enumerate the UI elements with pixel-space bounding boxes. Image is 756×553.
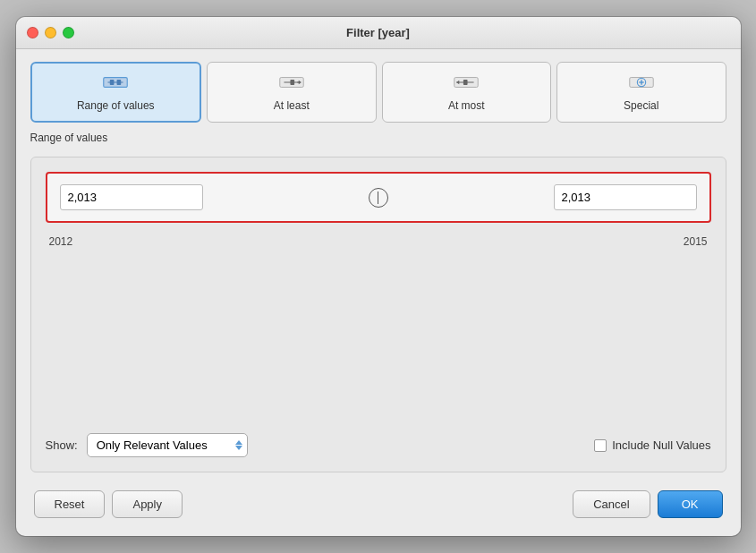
- range-inputs-container: [46, 172, 711, 223]
- tab-at-most[interactable]: At most: [382, 62, 552, 123]
- ok-button[interactable]: OK: [658, 490, 723, 518]
- tabs-container: Range of values At least: [30, 62, 726, 123]
- content-spacer: [46, 260, 711, 413]
- filter-dialog: Filter [year] Range of values: [16, 17, 741, 536]
- close-button[interactable]: [27, 27, 38, 38]
- tab-at-least[interactable]: At least: [207, 62, 377, 123]
- minimize-button[interactable]: [45, 27, 56, 38]
- null-values-checkbox[interactable]: [594, 439, 607, 452]
- tab-range-of-values[interactable]: Range of values: [30, 62, 202, 123]
- at-least-icon: [279, 73, 304, 95]
- svg-rect-11: [463, 79, 468, 84]
- range-separator: [203, 187, 554, 208]
- show-select[interactable]: Only Relevant Values All Values Custom V…: [87, 433, 248, 457]
- svg-point-18: [640, 81, 642, 83]
- bottom-bar: Reset Apply Cancel OK: [30, 481, 726, 523]
- tab-special[interactable]: Special: [556, 62, 726, 123]
- content-area: 2012 2015 Show: Only Relevant Values All…: [30, 157, 726, 472]
- scale-row: 2012 2015: [46, 235, 711, 248]
- section-label: Range of values: [30, 132, 726, 144]
- at-most-icon: [454, 73, 479, 95]
- traffic-lights: [27, 27, 74, 38]
- range-icon: [103, 73, 128, 95]
- reset-button[interactable]: Reset: [34, 490, 106, 518]
- cancel-button[interactable]: Cancel: [573, 490, 650, 518]
- tab-range-label: Range of values: [77, 99, 155, 112]
- show-row: Show: Only Relevant Values All Values Cu…: [46, 433, 711, 457]
- special-icon: [629, 73, 654, 95]
- svg-rect-2: [110, 79, 115, 84]
- svg-rect-3: [117, 79, 122, 84]
- scale-max: 2015: [684, 235, 708, 248]
- tab-at-most-label: At most: [448, 99, 485, 112]
- scale-min: 2012: [49, 235, 73, 248]
- null-values-label: Include Null Values: [612, 438, 710, 452]
- maximize-button[interactable]: [63, 27, 74, 38]
- apply-button[interactable]: Apply: [112, 490, 183, 518]
- tab-special-label: Special: [624, 99, 658, 112]
- range-slider-icon: [368, 187, 389, 208]
- min-value-input[interactable]: [60, 184, 203, 210]
- null-values-container: Include Null Values: [594, 438, 710, 452]
- window-title: Filter [year]: [346, 26, 410, 39]
- show-select-wrapper: Only Relevant Values All Values Custom V…: [87, 433, 248, 457]
- svg-rect-6: [290, 79, 294, 84]
- max-value-input[interactable]: [554, 184, 697, 210]
- tab-at-least-label: At least: [274, 99, 310, 112]
- title-bar: Filter [year]: [16, 17, 741, 49]
- window-content: Range of values At least: [16, 49, 741, 536]
- show-label: Show:: [46, 438, 78, 452]
